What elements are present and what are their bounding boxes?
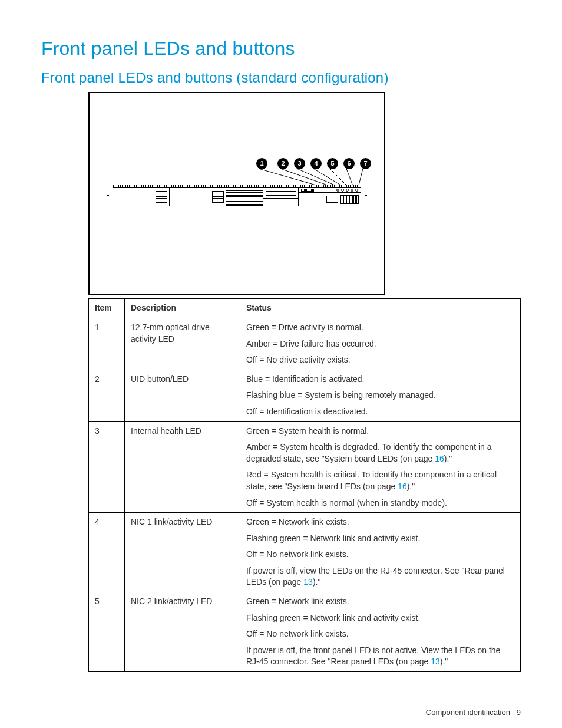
- cell-status: Blue = Identification is activated.Flash…: [240, 370, 521, 421]
- status-line: Green = Drive activity is normal.: [246, 322, 514, 334]
- col-header-item: Item: [89, 299, 125, 318]
- blank-bay: [226, 188, 263, 206]
- cell-status: Green = System health is normal.Amber = …: [240, 421, 521, 513]
- callout-bubble: 1: [256, 158, 267, 169]
- page-link[interactable]: 13: [431, 657, 440, 666]
- status-line: Red = System health is critical. To iden…: [246, 469, 514, 492]
- callout-bubble: 4: [310, 158, 322, 169]
- table-row: 112.7-mm optical drive activity LEDGreen…: [89, 318, 521, 370]
- page-link[interactable]: 13: [303, 577, 313, 587]
- callout-bubble: 7: [360, 158, 371, 169]
- cell-item: 1: [89, 318, 125, 370]
- cell-status: Green = Network link exists.Flashing gre…: [240, 513, 521, 592]
- col-header-description: Description: [125, 299, 240, 318]
- status-line: Amber = System health is degraded. To id…: [246, 442, 514, 465]
- status-line: Off = Identification is deactivated.: [246, 406, 514, 418]
- cell-item: 3: [89, 421, 125, 513]
- cell-description: Internal health LED: [125, 421, 240, 513]
- page-title: Front panel LEDs and buttons: [41, 35, 521, 62]
- footer-section: Component identification: [426, 708, 510, 717]
- cell-item: 4: [89, 513, 125, 592]
- status-line: Flashing green = Network link and activi…: [246, 612, 514, 624]
- status-line: Green = Network link exists.: [246, 596, 514, 608]
- section-heading: Front panel LEDs and buttons (standard c…: [41, 68, 521, 88]
- page-link[interactable]: 16: [435, 454, 444, 463]
- cell-description: NIC 2 link/activity LED: [125, 592, 240, 672]
- server-chassis: [103, 185, 371, 206]
- page-footer: Component identification 9: [41, 707, 521, 718]
- cell-description: NIC 1 link/activity LED: [125, 513, 240, 592]
- status-line: Off = No network link exists.: [246, 549, 514, 561]
- status-line: Off = No network link exists.: [246, 628, 514, 640]
- table-body: 112.7-mm optical drive activity LEDGreen…: [89, 318, 521, 671]
- status-line: If power is off, the front panel LED is …: [246, 645, 514, 668]
- rack-ear-left: [103, 185, 113, 206]
- cell-description: UID button/LED: [125, 370, 240, 421]
- table-row: 3Internal health LEDGreen = System healt…: [89, 421, 521, 513]
- callout-bubble: 2: [277, 158, 289, 169]
- table-row: 2UID button/LEDBlue = Identification is …: [89, 370, 521, 421]
- cell-status: Green = Network link exists.Flashing gre…: [240, 592, 521, 672]
- callout-bubble: 3: [294, 158, 305, 169]
- status-line: Off = No drive activity exists.: [246, 354, 514, 366]
- led-table: Item Description Status 112.7-mm optical…: [88, 298, 521, 672]
- table-row: 5NIC 2 link/activity LEDGreen = Network …: [89, 592, 521, 672]
- callout-bubble: 5: [327, 158, 338, 169]
- status-line: Flashing blue = System is being remotely…: [246, 390, 514, 401]
- status-line: Green = System health is normal.: [246, 426, 514, 437]
- figure-diagram: 1234567: [88, 92, 385, 295]
- status-line: Green = Network link exists.: [246, 516, 514, 528]
- rack-ear-right: [361, 185, 371, 206]
- cell-item: 5: [89, 592, 125, 672]
- cell-description: 12.7-mm optical drive activity LED: [125, 318, 240, 370]
- cell-item: 2: [89, 370, 125, 421]
- status-line: Off = System health is normal (when in s…: [246, 498, 514, 509]
- optical-drive: [263, 188, 298, 206]
- drive-bay-1: [113, 188, 170, 206]
- table-row: 4NIC 1 link/activity LEDGreen = Network …: [89, 513, 521, 592]
- page-link[interactable]: 16: [398, 482, 407, 491]
- front-io-panel: [298, 188, 361, 206]
- status-line: Amber = Drive failure has occurred.: [246, 338, 514, 350]
- footer-page: 9: [517, 708, 521, 717]
- col-header-status: Status: [240, 299, 521, 318]
- callout-row: 1234567: [256, 158, 371, 169]
- status-line: Blue = Identification is activated.: [246, 374, 514, 386]
- cell-status: Green = Drive activity is normal.Amber =…: [240, 318, 521, 370]
- status-line: Flashing green = Network link and activi…: [246, 533, 514, 545]
- status-line: If power is off, view the LEDs on the RJ…: [246, 565, 514, 588]
- callout-bubble: 6: [343, 158, 355, 169]
- drive-bay-2: [170, 188, 226, 206]
